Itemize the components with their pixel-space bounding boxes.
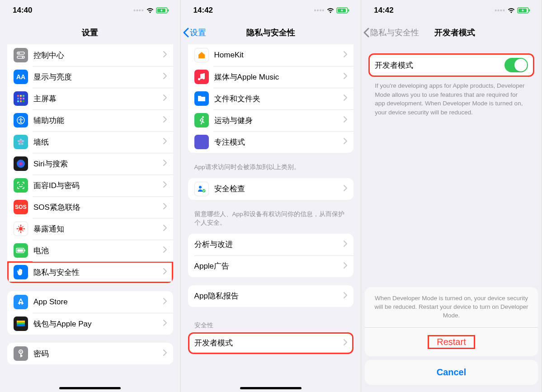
list-row[interactable]: 电池 (7, 240, 173, 261)
svg-point-4 (19, 52, 20, 54)
chevron-right-icon (344, 116, 347, 124)
svg-rect-45 (17, 322, 25, 324)
key-icon (14, 346, 28, 361)
siri-icon (14, 156, 28, 171)
home-icon (194, 48, 209, 62)
status-bar: 14:40 •••• (0, 0, 180, 21)
list-row[interactable]: 控制中心 (7, 44, 173, 66)
svg-rect-8 (20, 95, 22, 97)
status-right: •••• (314, 7, 350, 14)
list-row[interactable]: 辅助功能 (7, 109, 173, 131)
list-row[interactable]: Apple广告 (188, 255, 354, 277)
home-indicator[interactable] (240, 387, 302, 389)
page-title: 隐私与安全性 (246, 27, 295, 38)
svg-rect-57 (529, 9, 530, 12)
row-label: 专注模式 (214, 137, 344, 147)
svg-rect-11 (20, 98, 22, 99)
developer-mode-toggle[interactable] (504, 58, 528, 72)
home-indicator[interactable] (59, 387, 121, 389)
list-row[interactable]: AA显示与亮度 (7, 66, 173, 88)
list-row[interactable]: App Store (7, 291, 173, 313)
row-label: 辅助功能 (33, 115, 163, 126)
svg-point-37 (20, 232, 21, 233)
list-row[interactable]: 运动与健身 (188, 109, 354, 131)
svg-point-39 (24, 228, 25, 229)
list-row[interactable]: 分析与改进 (188, 234, 354, 255)
access-icon (14, 113, 28, 128)
list-row[interactable]: 文件和文件夹 (188, 88, 354, 109)
list-row[interactable]: 主屏幕 (7, 88, 173, 109)
list-row[interactable]: 安全检查 (188, 178, 354, 200)
list-group: 控制中心AA显示与亮度主屏幕辅助功能墙纸Siri与搜索面容ID与密码SOSSOS… (7, 44, 173, 283)
list-row[interactable]: SOSSOS紧急联络 (7, 196, 173, 218)
list-row[interactable]: 密码 (7, 343, 173, 364)
list-row[interactable]: 钱包与Apple Pay (7, 313, 173, 335)
svg-point-38 (17, 228, 18, 229)
list-row[interactable]: 开发者模式 (188, 332, 354, 354)
svg-point-53 (199, 186, 202, 189)
music-icon (194, 70, 209, 84)
cancel-button[interactable]: Cancel (365, 360, 538, 385)
chevron-right-icon (163, 268, 167, 276)
list-row[interactable]: 面容ID与密码 (7, 175, 173, 196)
svg-line-33 (23, 231, 24, 231)
svg-point-19 (20, 139, 22, 141)
list-row[interactable]: 隐私与安全性 (7, 261, 173, 283)
list-row[interactable]: 暴露通知 (7, 218, 173, 240)
chevron-right-icon (163, 94, 167, 103)
svg-rect-3 (17, 52, 24, 54)
svg-line-34 (23, 227, 24, 227)
chevron-right-icon (163, 298, 167, 306)
back-button[interactable]: 设置 (183, 27, 206, 38)
developer-mode-toggle-row[interactable]: 开发者模式 (368, 53, 534, 77)
restart-button[interactable]: Restart (365, 328, 538, 356)
row-label: 控制中心 (33, 50, 163, 61)
page-title: 开发者模式 (434, 27, 475, 38)
battery-charging-icon (517, 7, 531, 14)
scroll-area[interactable]: HomeKit媒体与Apple Music文件和文件夹运动与健身专注模式App请… (181, 44, 361, 392)
row-label: HomeKit (214, 51, 344, 60)
row-label: 密码 (33, 349, 163, 359)
chevron-right-icon (163, 116, 167, 124)
svg-rect-41 (17, 249, 23, 252)
nav-bar: 隐私与安全性 开发者模式 (361, 21, 542, 44)
list-group: 密码 (7, 343, 173, 364)
wifi-icon (326, 7, 335, 14)
list-row[interactable]: HomeKit (188, 44, 354, 66)
section-footer: App请求访问时会被添加到以上类别。 (181, 161, 361, 178)
nav-bar: 设置 隐私与安全性 (181, 21, 361, 44)
nav-bar: 设置 (0, 21, 180, 44)
battery-icon (14, 243, 28, 258)
svg-rect-10 (17, 98, 19, 99)
status-time: 14:42 (193, 6, 213, 15)
row-label: 媒体与Apple Music (214, 72, 344, 82)
svg-rect-12 (23, 98, 24, 99)
list-row[interactable]: Siri与搜索 (7, 153, 173, 175)
row-label: 隐私与安全性 (33, 267, 163, 278)
scroll-area[interactable]: 控制中心AA显示与亮度主屏幕辅助功能墙纸Siri与搜索面容ID与密码SOSSOS… (0, 44, 180, 392)
list-row[interactable]: App隐私报告 (188, 285, 354, 307)
restart-label: Restart (428, 335, 475, 349)
row-label: Apple广告 (194, 261, 344, 271)
svg-point-52 (202, 116, 204, 118)
back-button[interactable]: 隐私与安全性 (363, 27, 419, 38)
folder-icon (194, 91, 209, 106)
cellular-dots-icon: •••• (495, 7, 505, 14)
svg-line-35 (19, 231, 19, 231)
list-row[interactable]: 媒体与Apple Music (188, 66, 354, 88)
svg-rect-51 (348, 9, 349, 12)
svg-point-17 (20, 118, 22, 119)
grid-icon (14, 91, 28, 106)
list-row[interactable]: 墙纸 (7, 131, 173, 153)
row-label: 主屏幕 (33, 94, 163, 104)
chevron-right-icon (163, 225, 167, 233)
svg-rect-42 (24, 250, 25, 251)
svg-rect-14 (20, 100, 22, 102)
chevron-right-icon (163, 138, 167, 146)
chevron-right-icon (344, 138, 347, 146)
row-label: 面容ID与密码 (33, 180, 163, 191)
list-row[interactable]: 专注模式 (188, 131, 354, 153)
svg-rect-5 (17, 56, 24, 58)
wallet-icon (14, 316, 28, 331)
svg-point-27 (19, 227, 23, 231)
